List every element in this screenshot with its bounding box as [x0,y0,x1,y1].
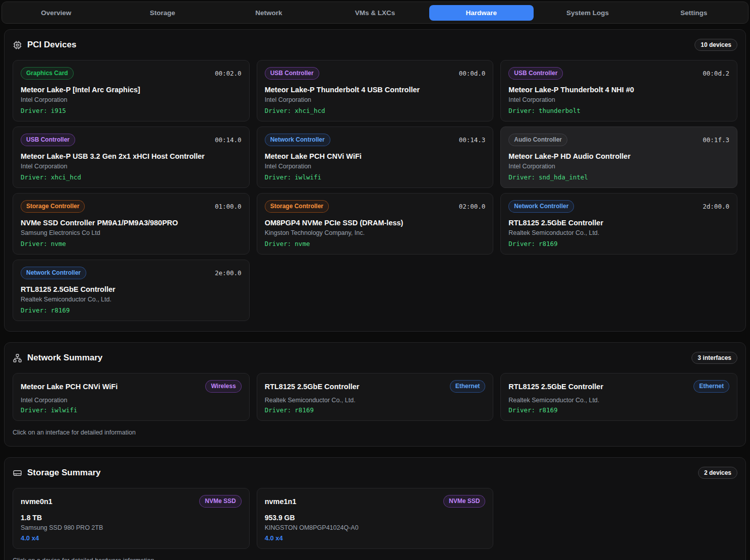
network-interface-count-badge: 3 interfaces [691,352,737,364]
pci-device-count-badge: 10 devices [695,39,737,51]
interface-driver: Driver:r8169 [508,406,729,414]
device-type-badge: Network Controller [21,267,86,279]
pci-address: 00:0d.0 [459,70,486,77]
pci-device-card[interactable]: USB Controller 00:0d.2 Meteor Lake-P Thu… [500,60,737,121]
driver-value: iwlwifi [295,173,321,181]
interface-vendor: Intel Corporation [21,397,242,404]
tab-item[interactable]: System Logs [536,5,640,21]
tab-item[interactable]: Hardware [429,5,534,21]
device-type-badge: USB Controller [21,134,75,146]
pci-device-card[interactable]: USB Controller 00:0d.0 Meteor Lake-P Thu… [257,60,494,121]
pci-address: 00:14.0 [215,136,242,144]
device-vendor: Intel Corporation [265,96,486,103]
device-name: RTL8125 2.5GbE Controller [508,219,729,227]
device-vendor: Kingston Technology Company, Inc. [265,229,486,236]
pci-device-card[interactable]: Audio Controller 00:1f.3 Meteor Lake-P H… [500,127,737,188]
device-driver: Driver:iwlwifi [265,173,486,181]
driver-value: iwlwifi [51,406,78,414]
driver-value: nvme [51,240,66,247]
interface-type-badge: Ethernet [694,380,729,393]
driver-value: r8169 [51,306,70,314]
pci-address: 00:0d.2 [703,70,729,77]
interface-name: RTL8125 2.5GbE Controller [265,383,360,391]
device-name: Meteor Lake-P Thunderbolt 4 USB Controll… [265,86,486,94]
pci-device-card[interactable]: Network Controller 2d:00.0 RTL8125 2.5Gb… [500,193,737,255]
network-interface-card[interactable]: RTL8125 2.5GbE Controller Ethernet Realt… [500,373,737,421]
pci-device-card[interactable]: Graphics Card 00:02.0 Meteor Lake-P [Int… [13,60,250,121]
pci-address: 00:02.0 [215,70,242,77]
network-summary-panel: Network Summary 3 interfaces Meteor Lake… [4,342,746,447]
driver-label: Driver: [21,240,47,247]
pci-device-card[interactable]: Storage Controller 02:00.0 OM8PGP4 NVMe … [257,193,494,255]
cpu-chip-icon [13,40,22,50]
page-content: PCI Devices 10 devices Graphics Card 00:… [0,25,750,560]
device-driver: Driver:nvme [21,240,242,247]
interface-vendor: Realtek Semiconductor Co., Ltd. [265,397,486,404]
pci-address: 00:14.3 [459,136,486,144]
device-vendor: Intel Corporation [265,163,486,170]
device-name: OM8PGP4 NVMe PCIe SSD (DRAM-less) [265,219,486,227]
tab-item[interactable]: Overview [4,5,108,21]
pci-address: 02:00.0 [459,203,486,210]
driver-value: nvme [295,240,310,247]
storage-device-card[interactable]: nvme0n1 NVMe SSD 1.8 TB Samsung SSD 980 … [13,488,250,549]
pci-address: 2e:00.0 [215,269,242,277]
pci-address: 00:1f.3 [703,136,729,144]
storage-summary-panel: Storage Summary 2 devices nvme0n1 NVMe S… [4,457,746,560]
pci-device-card[interactable]: USB Controller 00:14.0 Meteor Lake-P USB… [13,127,250,188]
device-driver: Driver:thunderbolt [508,107,729,114]
tab-item[interactable]: Settings [642,5,746,21]
tab-item[interactable]: Storage [110,5,215,21]
pci-devices-grid: Graphics Card 00:02.0 Meteor Lake-P [Int… [13,60,737,321]
device-type-badge: Network Controller [265,134,330,146]
storage-device-card[interactable]: nvme1n1 NVMe SSD 953.9 GB KINGSTON OM8PG… [257,488,494,549]
device-type-badge: Network Controller [508,200,574,213]
device-driver: Driver:xhci_hcd [21,173,242,181]
interface-type-badge: Wireless [205,380,241,393]
storage-summary-title: Storage Summary [27,468,101,478]
network-interface-card[interactable]: RTL8125 2.5GbE Controller Ethernet Realt… [257,373,494,421]
device-name: Meteor Lake-P HD Audio Controller [508,152,729,160]
driver-label: Driver: [265,240,292,247]
pci-device-card[interactable]: Storage Controller 01:00.0 NVMe SSD Cont… [13,193,250,255]
device-type-badge: Storage Controller [21,200,85,213]
network-interface-card[interactable]: Meteor Lake PCH CNVi WiFi Wireless Intel… [13,373,250,421]
device-type-badge: USB Controller [265,67,319,80]
device-vendor: Samsung Electronics Co Ltd [21,229,242,236]
driver-label: Driver: [21,173,47,181]
device-name: Meteor Lake-P USB 3.2 Gen 2x1 xHCI Host … [21,152,242,160]
driver-label: Driver: [21,406,47,414]
tab-item[interactable]: VMs & LXCs [323,5,427,21]
driver-label: Driver: [508,406,535,414]
storage-summary-header: Storage Summary 2 devices [13,467,737,479]
storage-model: Samsung SSD 980 PRO 2TB [21,524,242,531]
driver-value: xhci_hcd [51,173,81,181]
device-driver: Driver:snd_hda_intel [508,173,729,181]
pci-device-card[interactable]: Network Controller 2e:00.0 RTL8125 2.5Gb… [13,260,250,321]
device-driver: Driver:i915 [21,107,242,114]
device-type-badge: USB Controller [508,67,563,80]
device-type-badge: Audio Controller [508,134,567,146]
driver-value: r8169 [539,406,558,414]
driver-label: Driver: [508,107,535,114]
driver-label: Driver: [265,173,292,181]
storage-size: 953.9 GB [265,514,486,522]
pci-device-card[interactable]: Network Controller 00:14.3 Meteor Lake P… [257,127,494,188]
storage-device-count-badge: 2 devices [698,467,737,479]
storage-devices-grid: nvme0n1 NVMe SSD 1.8 TB Samsung SSD 980 … [13,488,737,549]
network-summary-header: Network Summary 3 interfaces [13,352,737,364]
top-tab-bar: Overview Storage Network VMs & LXCs Hard… [2,2,748,24]
interface-vendor: Realtek Semiconductor Co., Ltd. [508,397,729,404]
network-sitemap-icon [13,353,22,363]
tab-item[interactable]: Network [216,5,321,21]
driver-value: snd_hda_intel [539,173,588,181]
driver-label: Driver: [508,173,535,181]
storage-device-name: nvme0n1 [21,497,52,506]
network-interfaces-grid: Meteor Lake PCH CNVi WiFi Wireless Intel… [13,373,737,421]
pci-devices-panel: PCI Devices 10 devices Graphics Card 00:… [4,29,746,332]
driver-label: Driver: [265,406,292,414]
pci-devices-header: PCI Devices 10 devices [13,39,737,51]
storage-size: 1.8 TB [21,514,242,522]
pcie-link-speed: 4.0 x4 [21,534,242,542]
pci-address: 01:00.0 [215,203,242,210]
